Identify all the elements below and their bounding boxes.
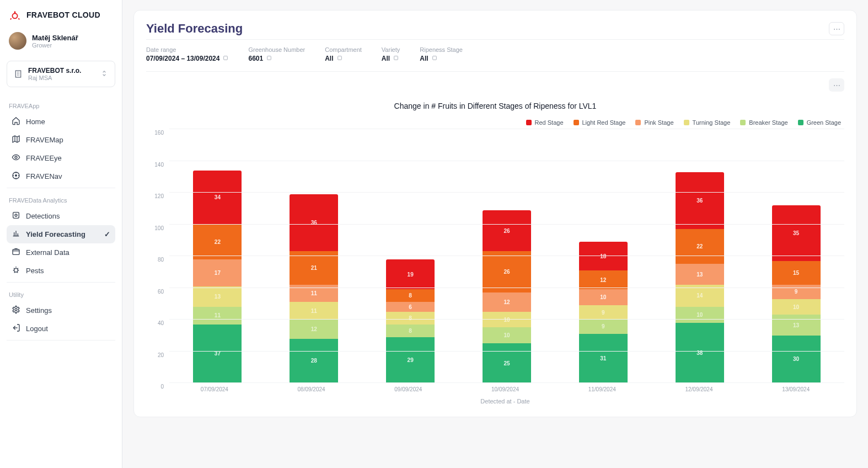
sidebar-item-label: FRAVENav: [26, 172, 62, 180]
sidebar-item-pests[interactable]: Pests: [7, 262, 115, 280]
chart: ⋯ Change in # Fruits in Different Stages…: [146, 76, 844, 412]
gridline: [169, 319, 844, 320]
bar[interactable]: 262612101025: [483, 210, 531, 383]
legend-swatch: [740, 120, 746, 125]
user-name: Matěj Sklenář: [32, 34, 78, 42]
pests-icon: [12, 265, 20, 276]
legend-label: Red Stage: [535, 119, 564, 126]
bar-segment: 34: [193, 171, 242, 225]
x-tick: 13/09/2024: [747, 386, 844, 392]
bar-segment: 10: [483, 312, 531, 328]
legend-item[interactable]: Light Red Stage: [574, 119, 626, 126]
sidebar-item-fraveeye[interactable]: FRAVEEye: [7, 149, 115, 167]
gridline: [169, 192, 844, 193]
user-role: Grower: [32, 42, 78, 49]
y-tick: 40: [158, 320, 164, 326]
bar-column: 19868829: [362, 259, 459, 383]
sidebar-item-home[interactable]: Home: [7, 113, 115, 131]
dropdown-icon: [337, 55, 342, 62]
svg-rect-11: [267, 56, 271, 60]
filter-variety[interactable]: VarietyAll: [382, 46, 400, 62]
legend-item[interactable]: Breaker Stage: [740, 119, 787, 126]
chart-legend: Red StageLight Red StagePink StageTurnin…: [146, 119, 844, 126]
org-selector[interactable]: FRAVEBOT s.r.o. Raj MSA: [7, 61, 115, 87]
bar-column: 362111111228: [266, 194, 362, 383]
legend-swatch: [574, 120, 579, 125]
forecast-icon: [12, 229, 20, 240]
sidebar-item-external-data[interactable]: External Data: [7, 243, 115, 262]
gridline: [169, 256, 844, 256]
logout-icon: [12, 323, 20, 334]
filter-label: Ripeness Stage: [420, 46, 463, 53]
bar[interactable]: 362111111228: [290, 194, 338, 383]
bar-segment: 36: [290, 194, 338, 252]
bar-segment: 8: [386, 325, 435, 337]
bar[interactable]: 19868829: [386, 259, 435, 383]
y-tick: 20: [158, 352, 164, 358]
bar-segment: 18: [579, 242, 628, 270]
bar[interactable]: 362213141038: [676, 172, 724, 383]
sidebar-item-label: Settings: [26, 306, 52, 315]
svg-rect-10: [224, 56, 228, 60]
bar-segment: 15: [772, 261, 821, 285]
sidebar-item-detections[interactable]: Detections: [7, 207, 115, 225]
bar-segment: 13: [676, 264, 724, 284]
y-tick: 140: [154, 161, 164, 167]
legend-item[interactable]: Green Stage: [798, 119, 841, 126]
legend-label: Turning Stage: [693, 119, 731, 126]
card-menu-button[interactable]: ⋯: [829, 22, 844, 35]
sidebar-item-label: Home: [26, 118, 45, 126]
filter-greenhouse-number[interactable]: Greenhouse Number6601: [248, 46, 305, 62]
filter-compartment[interactable]: CompartmentAll: [325, 46, 362, 62]
sidebar-item-label: Pests: [26, 267, 44, 275]
chart-y-axis: 020406080100120140160: [146, 129, 166, 383]
bar-segment: 12: [483, 292, 531, 312]
legend-swatch: [684, 120, 689, 125]
bar-segment: 17: [193, 259, 242, 286]
org-sub: Raj MSA: [28, 75, 81, 81]
sidebar-item-logout[interactable]: Logout: [7, 320, 115, 338]
bar[interactable]: 1812109931: [579, 242, 628, 383]
org-name: FRAVEBOT s.r.o.: [28, 67, 81, 75]
nav: FRAVEAppHomeFRAVEMapFRAVEEyeFRAVENavFRAV…: [7, 94, 115, 343]
chart-x-axis: 07/09/202408/09/202409/09/202410/09/2024…: [166, 383, 844, 392]
svg-rect-14: [432, 56, 436, 60]
filter-ripeness-stage[interactable]: Ripeness StageAll: [420, 46, 463, 62]
legend-label: Green Stage: [807, 119, 841, 126]
sidebar-item-settings[interactable]: Settings: [7, 301, 115, 320]
chart-menu-button[interactable]: ⋯: [829, 78, 844, 92]
legend-item[interactable]: Red Stage: [526, 119, 564, 126]
bar-segment: 30: [772, 336, 821, 383]
bar-segment: 12: [290, 320, 338, 339]
filter-date-range[interactable]: Date range07/09/2024 – 13/09/2024: [146, 46, 228, 62]
bar-segment: 13: [193, 286, 242, 307]
x-tick: 08/09/2024: [263, 386, 360, 392]
bar[interactable]: 35159101330: [772, 205, 821, 383]
filter-bar: Date range07/09/2024 – 13/09/2024Greenho…: [146, 39, 844, 72]
nav-icon: [12, 171, 20, 182]
legend-item[interactable]: Turning Stage: [684, 119, 731, 126]
sidebar-item-fravemap[interactable]: FRAVEMap: [7, 131, 115, 149]
gridline: [169, 224, 844, 225]
legend-item[interactable]: Pink Stage: [635, 119, 673, 126]
legend-label: Light Red Stage: [582, 119, 626, 126]
y-tick: 120: [154, 193, 164, 199]
sidebar-item-label: FRAVEMap: [26, 136, 63, 144]
bar-segment: 22: [676, 229, 724, 264]
brand-text: FRAVEBOT CLOUD: [26, 10, 100, 19]
svg-rect-7: [13, 249, 19, 254]
page-title: Yield Forecasing: [146, 22, 243, 36]
svg-point-8: [14, 268, 18, 272]
check-icon: ✓: [104, 230, 110, 238]
gridline: [169, 351, 844, 352]
svg-rect-13: [394, 56, 398, 60]
bar-segment: 19: [386, 259, 435, 290]
svg-rect-12: [337, 56, 341, 60]
eye-icon: [12, 153, 20, 163]
dropdown-icon: [393, 55, 399, 62]
svg-point-0: [12, 13, 17, 18]
bar-segment: 11: [193, 307, 242, 325]
sidebar-item-yield-forecasting[interactable]: Yield Forecasting✓: [7, 225, 115, 243]
legend-label: Breaker Stage: [749, 119, 787, 126]
sidebar-item-fravenav[interactable]: FRAVENav: [7, 167, 115, 185]
